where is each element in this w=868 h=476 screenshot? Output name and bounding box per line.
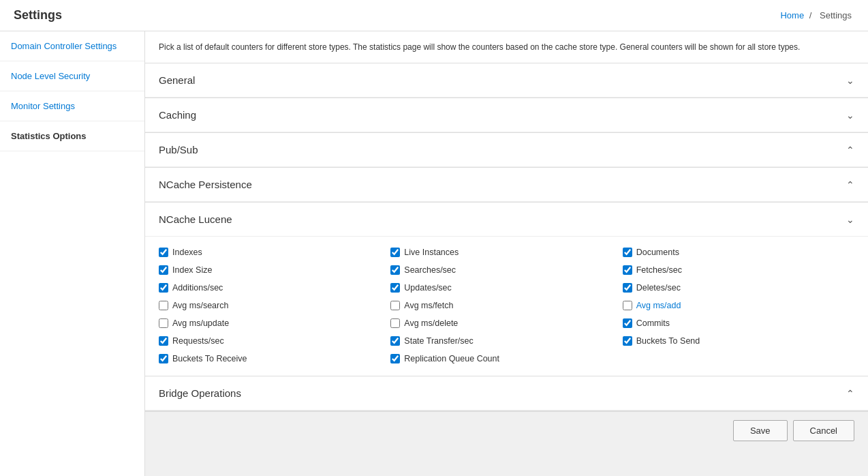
checkbox-indexes[interactable]: [159, 248, 168, 257]
checkbox-label-replication-queue-count[interactable]: Replication Queue Count: [404, 354, 499, 363]
checkbox-item-avg-ms-update: Avg ms/update: [159, 317, 390, 329]
checkbox-label-requests-sec[interactable]: Requests/sec: [172, 336, 224, 346]
checkbox-label-live-instances[interactable]: Live Instances: [404, 248, 459, 257]
chevron-down-icon-ncache-lucene: ⌄: [846, 214, 854, 225]
checkbox-label-indexes[interactable]: Indexes: [172, 248, 202, 257]
checkbox-item-state-transfer-sec: State Transfer/sec: [390, 335, 622, 347]
chevron-up-icon-ncache-persistence: ⌃: [846, 179, 854, 190]
checkbox-documents[interactable]: [623, 248, 632, 257]
body-container: Domain Controller Settings Node Level Se…: [0, 31, 868, 476]
checkbox-commits[interactable]: [623, 318, 632, 328]
accordion-header-bridge-operations[interactable]: Bridge Operations ⌃: [145, 376, 868, 411]
header: Settings Home / Settings: [0, 0, 868, 31]
checkbox-label-commits[interactable]: Commits: [636, 318, 670, 328]
sidebar: Domain Controller Settings Node Level Se…: [0, 31, 145, 476]
checkbox-item-live-instances: Live Instances: [390, 246, 622, 258]
sidebar-label-node-level-security: Node Level Security: [11, 71, 90, 81]
checkbox-label-avg-ms-delete[interactable]: Avg ms/delete: [404, 318, 458, 328]
checkbox-label-buckets-to-send[interactable]: Buckets To Send: [636, 336, 700, 346]
breadcrumb: Home / Settings: [780, 10, 854, 20]
checkbox-label-fetches-sec[interactable]: Fetches/sec: [636, 265, 682, 275]
accordion-header-general[interactable]: General ⌄: [145, 63, 868, 98]
chevron-down-icon-general: ⌄: [846, 75, 854, 86]
checkbox-avg-ms-update[interactable]: [159, 318, 168, 328]
checkbox-item-indexes: Indexes: [159, 246, 390, 258]
sidebar-item-domain-controller[interactable]: Domain Controller Settings: [0, 31, 144, 61]
checkbox-avg-ms-search[interactable]: [159, 301, 168, 310]
accordion-title-bridge-operations: Bridge Operations: [159, 387, 241, 399]
sidebar-item-statistics-options[interactable]: Statistics Options: [0, 121, 144, 151]
checkbox-item-avg-ms-search: Avg ms/search: [159, 299, 390, 312]
checkbox-buckets-to-send[interactable]: [623, 336, 632, 346]
accordion-header-pubsub[interactable]: Pub/Sub ⌃: [145, 133, 868, 167]
checkbox-item-avg-ms-add: Avg ms/add: [623, 299, 854, 312]
checkbox-item-buckets-to-send: Buckets To Send: [623, 335, 854, 347]
breadcrumb-separator: /: [809, 10, 812, 20]
checkbox-updates-sec[interactable]: [390, 283, 400, 293]
description-text: Pick a list of default counters for diff…: [159, 42, 800, 52]
section-ncache-persistence: NCache Persistence ⌃: [145, 168, 868, 203]
checkbox-label-deletes-sec[interactable]: Deletes/sec: [636, 283, 681, 293]
checkbox-avg-ms-add[interactable]: [623, 301, 632, 310]
ncache-lucene-checkboxes: Indexes Live Instances Documents: [145, 237, 868, 376]
checkbox-label-buckets-to-receive[interactable]: Buckets To Receive: [172, 354, 247, 363]
sidebar-label-monitor-settings: Monitor Settings: [11, 101, 75, 111]
checkbox-avg-ms-delete[interactable]: [390, 318, 400, 328]
checkbox-label-state-transfer-sec[interactable]: State Transfer/sec: [404, 336, 473, 346]
checkbox-searches-sec[interactable]: [390, 265, 400, 275]
accordion-header-ncache-lucene[interactable]: NCache Lucene ⌄: [145, 203, 868, 237]
chevron-up-icon-pubsub: ⌃: [846, 145, 854, 155]
breadcrumb-current: Settings: [820, 10, 852, 20]
checkbox-label-index-size[interactable]: Index Size: [172, 265, 212, 275]
checkbox-item-avg-ms-fetch: Avg ms/fetch: [390, 299, 622, 312]
cancel-button[interactable]: Cancel: [793, 420, 854, 441]
footer: Save Cancel: [145, 411, 868, 449]
accordion-title-general: General: [159, 74, 195, 86]
section-caching: Caching ⌄: [145, 98, 868, 133]
chevron-down-icon-caching: ⌄: [846, 110, 854, 121]
checkbox-replication-queue-count[interactable]: [390, 354, 400, 363]
checkbox-item-replication-queue-count: Replication Queue Count: [390, 353, 622, 365]
checkbox-placeholder: [623, 353, 854, 365]
checkbox-label-updates-sec[interactable]: Updates/sec: [404, 283, 451, 293]
checkbox-item-searches-sec: Searches/sec: [390, 264, 622, 276]
checkbox-item-documents: Documents: [623, 246, 854, 258]
accordion-header-ncache-persistence[interactable]: NCache Persistence ⌃: [145, 168, 868, 202]
checkbox-item-additions-sec: Additions/sec: [159, 282, 390, 294]
checkbox-label-avg-ms-update[interactable]: Avg ms/update: [172, 318, 229, 328]
save-button[interactable]: Save: [733, 420, 788, 441]
sidebar-item-monitor-settings[interactable]: Monitor Settings: [0, 91, 144, 121]
main-content: Pick a list of default counters for diff…: [145, 31, 868, 476]
sidebar-label-domain-controller: Domain Controller Settings: [11, 41, 117, 51]
checkbox-requests-sec[interactable]: [159, 336, 168, 346]
checkbox-state-transfer-sec[interactable]: [390, 336, 400, 346]
checkbox-deletes-sec[interactable]: [623, 283, 632, 293]
checkbox-item-avg-ms-delete: Avg ms/delete: [390, 317, 622, 329]
checkbox-label-documents[interactable]: Documents: [636, 248, 679, 257]
checkbox-label-avg-ms-add[interactable]: Avg ms/add: [636, 301, 681, 310]
checkbox-avg-ms-fetch[interactable]: [390, 301, 400, 310]
checkbox-fetches-sec[interactable]: [623, 265, 632, 275]
checkbox-additions-sec[interactable]: [159, 283, 168, 293]
sections-container: General ⌄ Caching ⌄ Pub/Sub ⌃: [145, 63, 868, 411]
description-bar: Pick a list of default counters for diff…: [145, 31, 868, 63]
sidebar-item-node-level-security[interactable]: Node Level Security: [0, 61, 144, 91]
accordion-title-caching: Caching: [159, 109, 196, 121]
chevron-up-icon-bridge-operations: ⌃: [846, 388, 854, 399]
breadcrumb-home[interactable]: Home: [780, 10, 804, 20]
sidebar-label-statistics-options: Statistics Options: [11, 131, 87, 141]
section-general: General ⌄: [145, 63, 868, 98]
checkbox-index-size[interactable]: [159, 265, 168, 275]
checkbox-item-updates-sec: Updates/sec: [390, 282, 622, 294]
accordion-title-ncache-lucene: NCache Lucene: [159, 213, 232, 225]
checkbox-label-additions-sec[interactable]: Additions/sec: [172, 283, 223, 293]
section-ncache-lucene: NCache Lucene ⌄ Indexes Live Instances: [145, 203, 868, 376]
accordion-header-caching[interactable]: Caching ⌄: [145, 98, 868, 132]
checkbox-item-buckets-to-receive: Buckets To Receive: [159, 353, 390, 365]
checkbox-buckets-to-receive[interactable]: [159, 354, 168, 363]
app-container: Settings Home / Settings Domain Controll…: [0, 0, 868, 476]
checkbox-label-avg-ms-fetch[interactable]: Avg ms/fetch: [404, 301, 453, 310]
checkbox-label-searches-sec[interactable]: Searches/sec: [404, 265, 456, 275]
checkbox-live-instances[interactable]: [390, 248, 400, 257]
checkbox-label-avg-ms-search[interactable]: Avg ms/search: [172, 301, 228, 310]
